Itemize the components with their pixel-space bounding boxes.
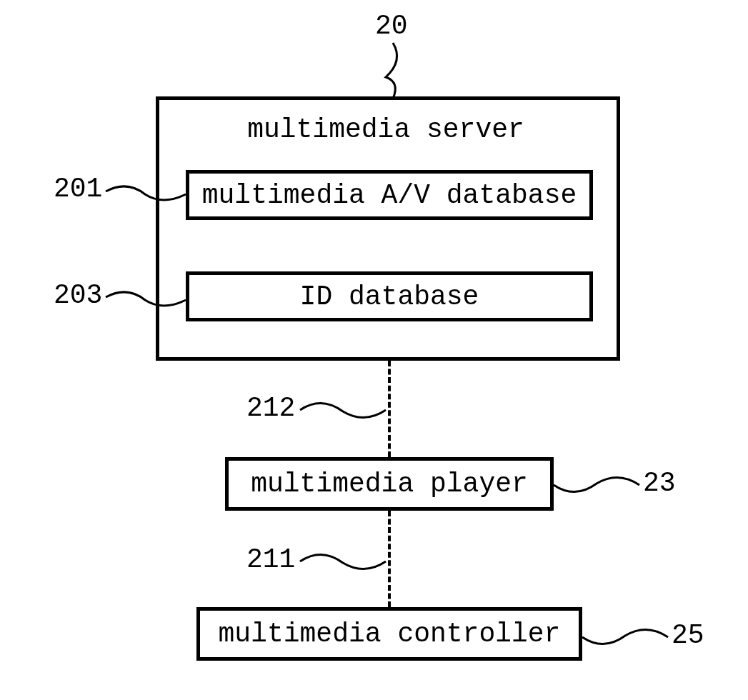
ref-211: 211 [246,544,295,575]
leader-25 [582,627,669,652]
ref-201: 201 [54,174,102,204]
conn-player-controller [388,511,391,607]
leader-212 [300,400,387,425]
multimedia-player-label: multimedia player [251,469,528,499]
id-database-label: ID database [300,281,479,312]
ref-212: 212 [246,393,295,424]
av-database-label: multimedia A/V database [202,180,577,211]
multimedia-player-box: multimedia player [225,457,554,511]
leader-23 [554,475,641,500]
leader-203 [106,291,188,313]
multimedia-controller-label: multimedia controller [219,619,561,649]
ref-25: 25 [672,620,704,651]
ref-20: 20 [375,11,408,41]
leader-20 [386,43,414,100]
multimedia-controller-box: multimedia controller [196,607,582,661]
leader-211 [300,551,387,576]
ref-23: 23 [643,468,676,499]
av-database-box: multimedia A/V database [186,170,593,220]
ref-203: 203 [54,280,102,311]
multimedia-server-title: multimedia server [229,114,543,145]
conn-server-player [388,361,391,457]
id-database-box: ID database [186,271,593,321]
leader-201 [106,186,188,207]
